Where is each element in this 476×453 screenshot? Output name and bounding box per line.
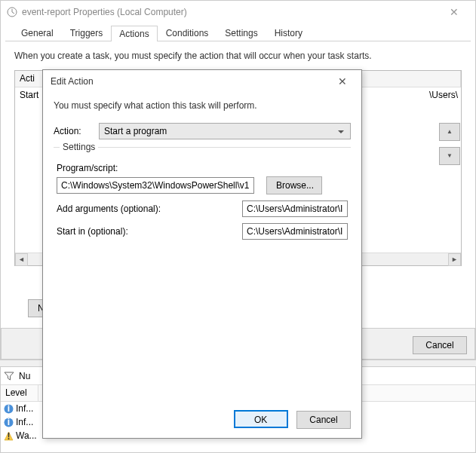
tab-settings[interactable]: Settings xyxy=(217,25,266,41)
action-label: Action: xyxy=(54,126,91,136)
browse-button[interactable]: Browse... xyxy=(266,176,322,194)
cell-action: Start xyxy=(15,87,45,104)
program-script-label: Program/script: xyxy=(57,163,348,173)
action-dropdown-value: Start a program xyxy=(104,126,167,136)
actions-instruction: When you create a task, you must specify… xyxy=(14,51,462,61)
dialog-cancel-button[interactable]: Cancel xyxy=(296,411,351,429)
scroll-left-button[interactable]: ◄ xyxy=(15,253,28,266)
svg-text:i: i xyxy=(8,418,10,427)
action-dropdown[interactable]: Start a program xyxy=(99,123,351,139)
svg-text:!: ! xyxy=(8,431,11,441)
move-up-button[interactable]: ▲ xyxy=(439,123,460,141)
ok-button[interactable]: OK xyxy=(234,410,288,428)
dialog-body: You must specify what action this task w… xyxy=(43,93,361,253)
clock-icon xyxy=(7,7,17,17)
event-level-text: Inf... xyxy=(16,417,33,427)
start-in-input[interactable] xyxy=(242,223,348,240)
dialog-footer: OK Cancel xyxy=(228,410,351,429)
tab-actions[interactable]: Actions xyxy=(111,26,157,41)
info-icon: i xyxy=(4,418,14,427)
tab-history[interactable]: History xyxy=(266,25,311,41)
dialog-title: Edit Action xyxy=(51,76,331,87)
reorder-buttons: ▲ ▼ xyxy=(439,123,460,165)
column-header-action[interactable]: Acti xyxy=(15,71,45,87)
tab-conditions[interactable]: Conditions xyxy=(158,25,217,41)
dialog-titlebar: Edit Action ✕ xyxy=(43,70,361,93)
dialog-close-button[interactable]: ✕ xyxy=(331,75,354,87)
move-down-button[interactable]: ▼ xyxy=(439,147,460,165)
filter-column-label: Nu xyxy=(19,371,30,381)
add-arguments-label: Add arguments (optional): xyxy=(57,204,161,214)
settings-legend: Settings xyxy=(60,142,98,152)
start-in-label: Start in (optional): xyxy=(57,226,128,237)
add-arguments-input[interactable] xyxy=(242,200,348,217)
event-level-text: Inf... xyxy=(16,403,33,414)
action-row: Action: Start a program xyxy=(54,123,351,139)
tabs-row: General Triggers Actions Conditions Sett… xyxy=(5,25,471,41)
svg-text:i: i xyxy=(8,404,10,414)
tab-triggers[interactable]: Triggers xyxy=(62,25,112,41)
parent-window-title: event-report Properties (Local Computer) xyxy=(22,7,439,17)
tab-general[interactable]: General xyxy=(13,25,62,41)
edit-action-dialog: Edit Action ✕ You must specify what acti… xyxy=(42,69,362,439)
filter-icon[interactable] xyxy=(4,371,14,381)
parent-titlebar: event-report Properties (Local Computer)… xyxy=(1,1,475,23)
column-header-level[interactable]: Level xyxy=(1,385,38,401)
event-level-text: Wa... xyxy=(16,430,37,441)
info-icon: i xyxy=(4,404,14,414)
program-script-input[interactable] xyxy=(57,177,254,194)
parent-close-button[interactable]: ✕ xyxy=(439,2,469,23)
dialog-instruction: You must specify what action this task w… xyxy=(54,100,351,111)
parent-cancel-button[interactable]: Cancel xyxy=(413,336,467,354)
warning-icon: ! xyxy=(4,431,14,441)
scroll-right-button[interactable]: ► xyxy=(448,253,461,266)
settings-fieldset: Settings Program/script: Browse... Add a… xyxy=(54,147,351,240)
